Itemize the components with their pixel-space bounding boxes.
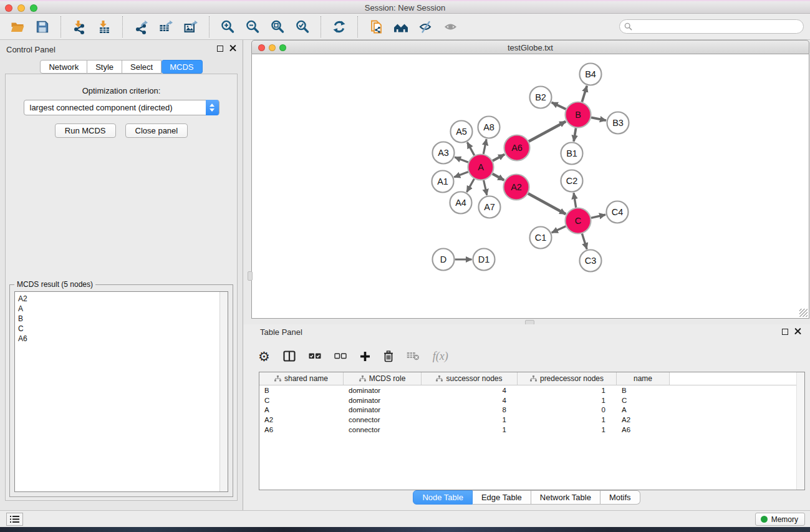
graph-node-B2[interactable]: B2 <box>530 87 552 109</box>
show-graphics-details-icon[interactable] <box>438 16 463 37</box>
tab-select[interactable]: Select <box>122 60 162 74</box>
zoom-in-icon[interactable] <box>215 16 240 37</box>
graph-node-A7[interactable]: A7 <box>479 196 501 218</box>
hide-graphics-details-icon[interactable] <box>413 16 438 37</box>
graph-edge-A6-B[interactable] <box>529 122 566 142</box>
table-scrollbar[interactable] <box>796 372 804 490</box>
toggle-columns-icon[interactable] <box>283 347 296 365</box>
graph-node-C4[interactable]: C4 <box>607 201 629 223</box>
delete-column-icon[interactable] <box>383 347 393 365</box>
graph-node-A6[interactable]: A6 <box>504 135 530 161</box>
graph-node-A8[interactable]: A8 <box>478 117 500 138</box>
import-network-icon[interactable] <box>67 16 92 37</box>
network-graph[interactable]: B4B2BB3B1A5A8A3A6AA1A2C2A4A7CC4C1C3DD1 <box>252 54 809 318</box>
column-header-name[interactable]: name <box>617 372 670 385</box>
graph-node-D1[interactable]: D1 <box>473 249 495 271</box>
result-list-item[interactable]: A2 <box>18 294 228 304</box>
refresh-icon[interactable] <box>327 16 352 37</box>
export-image-icon[interactable] <box>178 16 203 37</box>
column-header-successor-nodes[interactable]: successor nodes <box>422 372 518 385</box>
graph-edge-A-A2[interactable] <box>493 174 504 180</box>
graph-node-A3[interactable]: A3 <box>433 142 455 164</box>
graph-edge-C-C3[interactable] <box>582 234 587 249</box>
close-panel-icon[interactable] <box>229 45 236 52</box>
graph-node-B[interactable]: B <box>566 102 591 128</box>
graph-edge-A-A5[interactable] <box>467 142 474 155</box>
graph-edge-A-A8[interactable] <box>483 139 486 154</box>
add-column-icon[interactable] <box>360 347 370 365</box>
graph-node-B4[interactable]: B4 <box>580 64 602 85</box>
mcds-result-list[interactable]: A2ABCA6 <box>14 291 228 492</box>
graph-edge-A-A6[interactable] <box>493 155 504 161</box>
tab-style[interactable]: Style <box>87 60 122 74</box>
memory-button[interactable]: Memory <box>755 513 805 526</box>
close-table-panel-icon[interactable] <box>794 328 801 335</box>
node-table[interactable]: shared nameMCDS rolesuccessor nodesprede… <box>259 372 805 490</box>
graph-node-A1[interactable]: A1 <box>432 171 454 193</box>
graph-node-D[interactable]: D <box>433 249 455 271</box>
graph-node-C2[interactable]: C2 <box>561 170 583 192</box>
graph-node-C1[interactable]: C1 <box>530 227 552 249</box>
graph-edge-A-A7[interactable] <box>484 180 487 195</box>
tab-network[interactable]: Network <box>40 60 87 74</box>
column-header-predecessor-nodes[interactable]: predecessor nodes <box>518 372 617 385</box>
show-all-networks-icon[interactable] <box>388 16 413 37</box>
copy-style-icon[interactable] <box>364 16 388 37</box>
column-header-MCDS-role[interactable]: MCDS role <box>344 372 422 385</box>
table-row[interactable]: Bdominator41B <box>259 385 804 395</box>
search-input[interactable] <box>635 21 803 32</box>
graph-edge-B-B4[interactable] <box>582 86 587 102</box>
graph-edge-C-C4[interactable] <box>591 215 605 218</box>
save-session-icon[interactable] <box>30 16 55 37</box>
result-list-scrollbar[interactable] <box>219 292 228 491</box>
float-table-panel-icon[interactable] <box>782 329 788 335</box>
zoom-out-icon[interactable] <box>240 16 265 37</box>
run-mcds-button[interactable]: Run MCDS <box>55 123 116 138</box>
graph-node-A4[interactable]: A4 <box>450 192 472 214</box>
table-row[interactable]: Cdominator41C <box>259 395 804 405</box>
graph-edge-A-A1[interactable] <box>454 172 468 178</box>
result-list-item[interactable]: A <box>18 304 228 314</box>
column-header-shared-name[interactable]: shared name <box>259 372 344 385</box>
tab-mcds[interactable]: MCDS <box>162 60 202 74</box>
graph-node-A[interactable]: A <box>468 155 494 180</box>
unselect-all-columns-icon[interactable] <box>334 347 347 365</box>
graph-node-C3[interactable]: C3 <box>580 250 602 272</box>
tab-node-table[interactable]: Node Table <box>413 490 473 505</box>
network-canvas[interactable]: B4B2BB3B1A5A8A3A6AA1A2C2A4A7CC4C1C3DD1 <box>251 54 809 319</box>
graph-node-A5[interactable]: A5 <box>451 121 473 143</box>
vertical-scrollbar-thumb[interactable] <box>248 271 253 281</box>
graph-edge-C-C2[interactable] <box>574 193 576 207</box>
close-panel-button[interactable]: Close panel <box>125 123 188 138</box>
graph-node-B1[interactable]: B1 <box>561 143 583 165</box>
graph-edge-C-C1[interactable] <box>552 226 566 233</box>
table-row[interactable]: A2connector11A2 <box>259 415 804 425</box>
window-resize-grip[interactable] <box>799 309 808 317</box>
graph-node-A2[interactable]: A2 <box>504 175 529 200</box>
zoom-fit-icon[interactable] <box>265 16 290 37</box>
zoom-selected-icon[interactable] <box>290 16 315 37</box>
tab-network-table[interactable]: Network Table <box>531 490 600 505</box>
result-list-item[interactable]: C <box>18 324 228 334</box>
result-list-item[interactable]: B <box>18 314 228 324</box>
result-list-item[interactable]: A6 <box>18 334 228 344</box>
open-file-icon[interactable] <box>5 16 30 37</box>
graph-edge-B-B3[interactable] <box>591 117 606 120</box>
select-all-columns-icon[interactable] <box>309 347 321 365</box>
graph-edge-A2-C[interactable] <box>528 193 566 214</box>
float-panel-icon[interactable] <box>217 46 223 52</box>
graph-node-B3[interactable]: B3 <box>607 112 629 134</box>
import-table-icon[interactable] <box>92 16 117 37</box>
graph-edge-B-B1[interactable] <box>574 128 576 142</box>
tab-edge-table[interactable]: Edge Table <box>473 490 531 505</box>
table-settings-gear-icon[interactable]: ⚙ <box>258 347 270 365</box>
table-row[interactable]: Adominator80A <box>259 405 804 415</box>
export-network-icon[interactable] <box>128 16 153 37</box>
tab-motifs[interactable]: Motifs <box>600 490 640 505</box>
graph-edge-B-B2[interactable] <box>552 102 566 109</box>
graph-node-C[interactable]: C <box>566 208 591 234</box>
table-row[interactable]: A6connector11A6 <box>259 425 804 435</box>
task-history-button[interactable] <box>6 513 23 526</box>
criterion-dropdown[interactable]: largest connected component (directed) <box>24 100 219 115</box>
export-table-icon[interactable] <box>153 16 178 37</box>
